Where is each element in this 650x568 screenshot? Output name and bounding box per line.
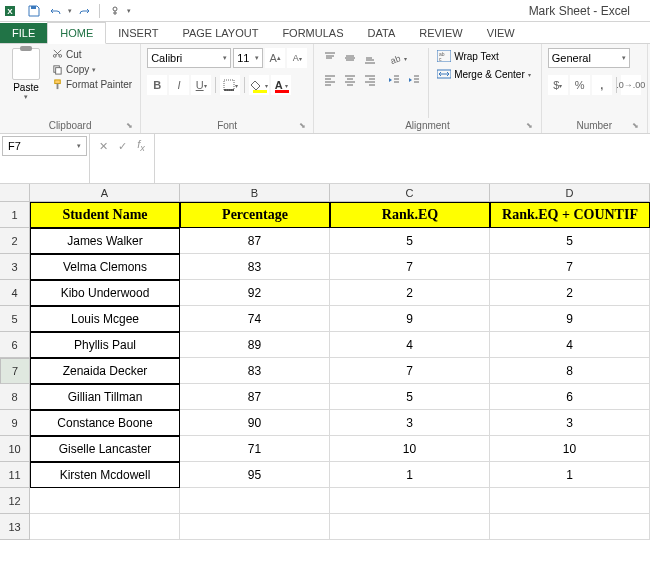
column-header-A[interactable]: A [30,184,180,202]
enter-icon[interactable]: ✓ [113,136,131,156]
empty-cell[interactable] [180,488,330,514]
cell-rank-countif[interactable]: 3 [490,410,650,436]
empty-cell[interactable] [490,514,650,540]
cell-percentage[interactable]: 83 [180,254,330,280]
cell-name[interactable]: Phyllis Paul [30,332,180,358]
cell-rank-countif[interactable]: 8 [490,358,650,384]
row-header-11[interactable]: 11 [0,462,30,488]
dialog-launcher-icon[interactable]: ⬊ [297,121,307,131]
cell-percentage[interactable]: 71 [180,436,330,462]
chevron-down-icon[interactable]: ▾ [24,93,28,101]
orientation-button[interactable]: ab▾ [384,48,412,68]
cell-rank-countif[interactable]: 10 [490,436,650,462]
row-header-9[interactable]: 9 [0,410,30,436]
touch-mode-icon[interactable] [105,2,125,20]
row-header-8[interactable]: 8 [0,384,30,410]
accounting-format-button[interactable]: $▾ [548,75,568,95]
comma-format-button[interactable]: , [592,75,612,95]
empty-cell[interactable] [330,488,490,514]
empty-cell[interactable] [330,514,490,540]
empty-cell[interactable] [490,488,650,514]
save-icon[interactable] [24,2,44,20]
increase-font-icon[interactable]: A▴ [265,48,285,68]
align-top-icon[interactable] [320,48,340,68]
select-all-corner[interactable] [0,184,30,202]
bold-button[interactable]: B [147,75,167,95]
cut-button[interactable]: Cut [50,48,134,61]
tab-review[interactable]: REVIEW [407,23,474,43]
italic-button[interactable]: I [169,75,189,95]
cell-name[interactable]: Giselle Lancaster [30,436,180,462]
qat-customize-icon[interactable]: ▾ [127,7,131,15]
font-size-select[interactable]: 11▾ [233,48,263,68]
cell-rank[interactable]: 5 [330,384,490,410]
cell-rank[interactable]: 2 [330,280,490,306]
tab-page-layout[interactable]: PAGE LAYOUT [170,23,270,43]
row-header-10[interactable]: 10 [0,436,30,462]
row-header-4[interactable]: 4 [0,280,30,306]
row-header-6[interactable]: 6 [0,332,30,358]
cell-rank[interactable]: 7 [330,358,490,384]
cell-name[interactable]: Kirsten Mcdowell [30,462,180,488]
tab-home[interactable]: HOME [47,22,106,44]
cell-rank-countif[interactable]: 1 [490,462,650,488]
cell-rank[interactable]: 7 [330,254,490,280]
font-color-button[interactable]: A▾ [271,75,291,95]
chevron-down-icon[interactable]: ▾ [92,66,96,74]
spreadsheet-grid[interactable]: ABCD1Student NamePercentageRank.EQRank.E… [0,184,650,540]
decrease-indent-icon[interactable] [384,70,404,90]
name-box[interactable]: F7▾ [2,136,87,156]
align-right-icon[interactable] [360,70,380,90]
column-header-B[interactable]: B [180,184,330,202]
row-header-1[interactable]: 1 [0,202,30,228]
row-header-5[interactable]: 5 [0,306,30,332]
row-header-3[interactable]: 3 [0,254,30,280]
fill-color-button[interactable]: ▾ [249,75,269,95]
row-header-7[interactable]: 7 [0,358,30,384]
increase-decimal-icon[interactable]: .0→.00 [621,75,641,95]
redo-icon[interactable] [74,2,94,20]
merge-center-button[interactable]: Merge & Center ▾ [433,66,535,82]
cell-name[interactable]: Velma Clemons [30,254,180,280]
cell-percentage[interactable]: 87 [180,384,330,410]
cell-rank-countif[interactable]: 5 [490,228,650,254]
format-painter-button[interactable]: Format Painter [50,78,134,91]
column-header-D[interactable]: D [490,184,650,202]
cell-rank[interactable]: 10 [330,436,490,462]
cancel-icon[interactable]: ✕ [94,136,112,156]
number-format-select[interactable]: General▾ [548,48,630,68]
cell-percentage[interactable]: 90 [180,410,330,436]
tab-formulas[interactable]: FORMULAS [270,23,355,43]
align-bottom-icon[interactable] [360,48,380,68]
cell-rank[interactable]: 4 [330,332,490,358]
decrease-font-icon[interactable]: A▾ [287,48,307,68]
formula-input[interactable] [155,134,650,183]
undo-dropdown-icon[interactable]: ▾ [68,7,72,15]
cell-rank-countif[interactable]: 2 [490,280,650,306]
empty-cell[interactable] [30,488,180,514]
empty-cell[interactable] [30,514,180,540]
cell-rank-countif[interactable]: 6 [490,384,650,410]
cell-rank[interactable]: 5 [330,228,490,254]
cell-percentage[interactable]: 95 [180,462,330,488]
align-middle-icon[interactable] [340,48,360,68]
row-header-12[interactable]: 12 [0,488,30,514]
dialog-launcher-icon[interactable]: ⬊ [124,121,134,131]
font-name-select[interactable]: Calibri▾ [147,48,231,68]
row-header-13[interactable]: 13 [0,514,30,540]
tab-data[interactable]: DATA [356,23,408,43]
undo-icon[interactable] [46,2,66,20]
cell-name[interactable]: James Walker [30,228,180,254]
tab-file[interactable]: FILE [0,23,47,43]
cell-rank-countif[interactable]: 7 [490,254,650,280]
cell-rank[interactable]: 1 [330,462,490,488]
percent-format-button[interactable]: % [570,75,590,95]
empty-cell[interactable] [180,514,330,540]
cell-name[interactable]: Constance Boone [30,410,180,436]
wrap-text-button[interactable]: abc Wrap Text [433,48,535,64]
cell-name[interactable]: Gillian Tillman [30,384,180,410]
underline-button[interactable]: U▾ [191,75,211,95]
cell-name[interactable]: Zenaida Decker [30,358,180,384]
cell-percentage[interactable]: 87 [180,228,330,254]
cell-rank[interactable]: 3 [330,410,490,436]
